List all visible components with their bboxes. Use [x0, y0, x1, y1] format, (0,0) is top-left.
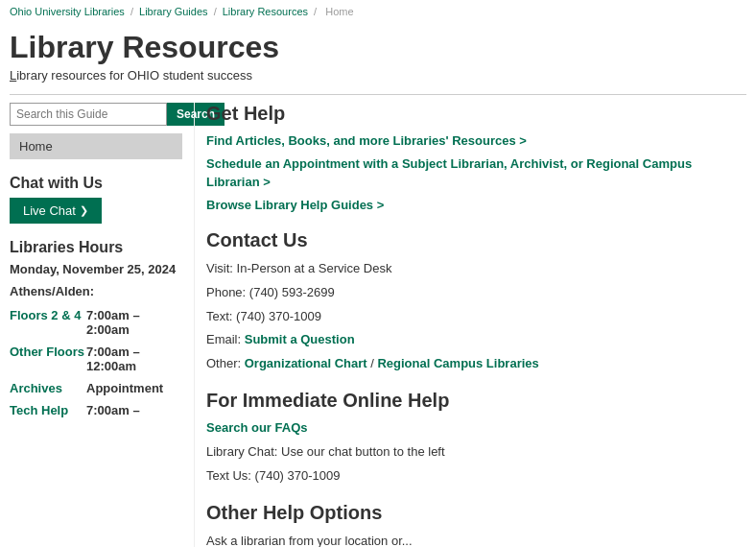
- live-chat-label: Live Chat: [23, 203, 76, 218]
- other-help-desc: Ask a librarian from your location or...: [206, 532, 746, 547]
- live-chat-button[interactable]: Live Chat ❯: [10, 198, 102, 224]
- hours-floor: Tech Help: [10, 399, 86, 421]
- breadcrumb-link-3[interactable]: Library Resources: [223, 6, 308, 17]
- find-articles-link[interactable]: Find Articles, Books, and more Libraries…: [206, 132, 746, 150]
- breadcrumb-sep-3: /: [314, 6, 319, 17]
- hours-floor: Archives: [10, 377, 86, 399]
- text-us-info: Text Us: (740) 370-1009: [206, 466, 746, 487]
- browse-library-guides-link[interactable]: Browse Library Help Guides >: [206, 197, 746, 214]
- page-title: Library Resources: [10, 31, 746, 64]
- visit-label: Visit:: [206, 261, 233, 275]
- chat-val: Use our chat button to the left: [281, 444, 445, 459]
- get-help-heading: Get Help: [206, 103, 746, 125]
- page-title-area: Library Resources Library resources for …: [0, 23, 756, 86]
- contact-text: Text: (740) 370-1009: [206, 307, 746, 327]
- hours-location-title: Athens/Alden:: [10, 284, 182, 298]
- submit-question-link[interactable]: Submit a Question: [245, 332, 355, 346]
- breadcrumb: Ohio University Libraries / Library Guid…: [0, 0, 756, 23]
- subtitle-rest: ibrary resources for OHIO student succes…: [16, 68, 252, 83]
- phone-val: (740) 593-2699: [249, 285, 335, 299]
- email-label: Email:: [206, 332, 241, 346]
- chat-label: Library Chat:: [206, 444, 277, 459]
- immediate-help-heading: For Immediate Online Help: [206, 390, 746, 412]
- hours-row: ArchivesAppointment: [10, 377, 182, 399]
- hours-row: Tech Help7:00am –: [10, 399, 182, 421]
- live-chat-arrow-icon: ❯: [80, 204, 88, 217]
- breadcrumb-link-2[interactable]: Library Guides: [139, 6, 208, 17]
- sidebar: Search Home Chat with Us Live Chat ❯ Lib…: [10, 103, 194, 547]
- contact-visit: Visit: In-Person at a Service Desk: [206, 259, 746, 279]
- search-faqs-link[interactable]: Search our FAQs: [206, 419, 746, 437]
- breadcrumb-sep-2: /: [214, 6, 220, 17]
- hours-floor: Other Floors: [10, 341, 86, 377]
- title-divider: [10, 94, 746, 95]
- hours-time: 7:00am – 12:00am: [86, 341, 182, 377]
- phone-label: Phone:: [206, 285, 246, 299]
- other-help-section: Other Help Options Ask a librarian from …: [206, 502, 746, 547]
- breadcrumb-link-1[interactable]: Ohio University Libraries: [10, 6, 125, 17]
- hours-section-title: Libraries Hours: [10, 239, 182, 256]
- hours-floor: Floors 2 & 4: [10, 304, 86, 341]
- immediate-help-section: For Immediate Online Help Search our FAQ…: [206, 390, 746, 487]
- other-help-heading: Other Help Options: [206, 502, 746, 524]
- visit-value: In-Person at a Service Desk: [237, 261, 392, 275]
- contact-email: Email: Submit a Question: [206, 330, 746, 350]
- chat-section-title: Chat with Us: [10, 175, 182, 192]
- hours-row: Floors 2 & 47:00am – 2:00am: [10, 304, 182, 341]
- breadcrumb-sep-1: /: [130, 6, 136, 17]
- get-help-section: Get Help Find Articles, Books, and more …: [206, 103, 746, 214]
- nav-home[interactable]: Home: [10, 133, 182, 159]
- schedule-appointment-link[interactable]: Schedule an Appointment with a Subject L…: [206, 155, 746, 190]
- breadcrumb-current: Home: [325, 6, 353, 17]
- hours-time: 7:00am –: [86, 399, 182, 421]
- text-us-label: Text Us:: [206, 468, 251, 483]
- text-val: (740) 370-1009: [236, 309, 321, 323]
- other-sep: /: [367, 356, 378, 370]
- regional-campus-link[interactable]: Regional Campus Libraries: [377, 356, 538, 370]
- content-area: Get Help Find Articles, Books, and more …: [194, 103, 746, 547]
- hours-time: Appointment: [86, 377, 182, 399]
- search-input[interactable]: [10, 103, 167, 126]
- hours-time: 7:00am – 2:00am: [86, 304, 182, 341]
- search-box: Search: [10, 103, 182, 126]
- library-chat-info: Library Chat: Use our chat button to the…: [206, 442, 746, 463]
- contact-us-section: Contact Us Visit: In-Person at a Service…: [206, 229, 746, 374]
- main-layout: Search Home Chat with Us Live Chat ❯ Lib…: [0, 103, 756, 547]
- text-label: Text:: [206, 309, 232, 323]
- hours-section: Libraries Hours Monday, November 25, 202…: [10, 239, 182, 421]
- other-label: Other:: [206, 356, 241, 370]
- org-chart-link[interactable]: Organizational Chart: [245, 356, 367, 370]
- contact-phone: Phone: (740) 593-2699: [206, 283, 746, 303]
- contact-other: Other: Organizational Chart / Regional C…: [206, 354, 746, 374]
- hours-date: Monday, November 25, 2024: [10, 262, 182, 276]
- page-subtitle: Library resources for OHIO student succe…: [10, 68, 746, 83]
- hours-table: Floors 2 & 47:00am – 2:00amOther Floors7…: [10, 304, 182, 421]
- hours-row: Other Floors7:00am – 12:00am: [10, 341, 182, 377]
- contact-us-heading: Contact Us: [206, 229, 746, 251]
- text-us-val: (740) 370-1009: [255, 468, 341, 483]
